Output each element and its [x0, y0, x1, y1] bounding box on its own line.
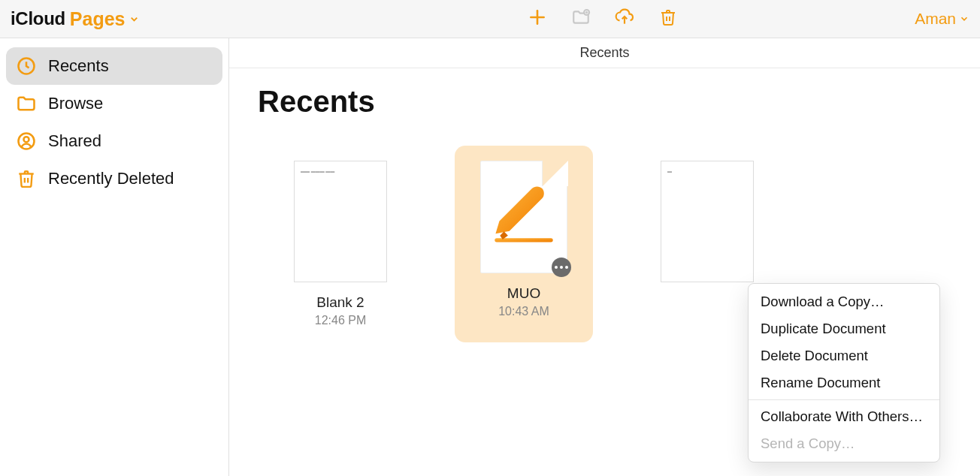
document-time: 12:46 PM — [315, 314, 366, 327]
menu-item-rename[interactable]: Rename Document — [749, 369, 939, 396]
menu-item-delete[interactable]: Delete Document — [749, 342, 939, 369]
trash-icon — [15, 167, 38, 190]
new-folder-button[interactable] — [570, 6, 592, 29]
chevron-down-icon — [959, 14, 969, 24]
document-name: MUO — [507, 285, 540, 302]
document-thumbnail — [480, 161, 567, 273]
sidebar-item-label: Recents — [48, 56, 109, 76]
sidebar-item-label: Recently Deleted — [48, 169, 174, 188]
document-name: Blank 2 — [316, 294, 364, 311]
more-options-icon[interactable] — [552, 258, 571, 277]
content-area: Recents Recents ▬▬ ▬▬▬ ▬▬ Blank 2 12:46 … — [229, 38, 980, 476]
add-button[interactable] — [526, 6, 549, 29]
document-thumbnail: ▬ — [661, 161, 754, 282]
sidebar-item-browse[interactable]: Browse — [6, 85, 222, 122]
menu-item-send-copy: Send a Copy… — [749, 430, 939, 457]
document-item-selected[interactable]: MUO 10:43 AM — [455, 146, 593, 342]
user-name: Aman — [915, 10, 956, 28]
sidebar-item-recents[interactable]: Recents — [6, 47, 222, 85]
breadcrumb: Recents — [229, 38, 980, 68]
app-name: Pages — [70, 8, 126, 30]
menu-item-download-copy[interactable]: Download a Copy… — [749, 288, 939, 315]
svg-point-10 — [24, 137, 29, 142]
sidebar-item-label: Shared — [48, 131, 101, 151]
thumb-preview-text: ▬ — [667, 169, 672, 173]
person-icon — [15, 130, 38, 152]
icloud-brand: iCloud — [11, 8, 65, 29]
menu-separator — [749, 399, 939, 400]
folder-icon — [15, 92, 38, 115]
menu-item-collaborate[interactable]: Collaborate With Others… — [749, 403, 939, 430]
pages-app-icon — [491, 184, 557, 250]
chevron-down-icon — [129, 14, 140, 25]
page-title: Recents — [258, 85, 980, 119]
app-switcher[interactable]: Pages — [70, 8, 140, 30]
sidebar-item-recently-deleted[interactable]: Recently Deleted — [6, 160, 222, 197]
clock-icon — [15, 55, 38, 77]
upload-button[interactable] — [613, 6, 636, 29]
breadcrumb-label: Recents — [579, 45, 629, 61]
sidebar-item-label: Browse — [48, 94, 103, 113]
thumb-preview-text: ▬▬ ▬▬▬ ▬▬ — [301, 169, 334, 173]
menu-item-duplicate[interactable]: Duplicate Document — [749, 315, 939, 342]
document-time: 10:43 AM — [498, 305, 549, 318]
main: Recents Browse Shared Recently Deleted R… — [0, 38, 980, 476]
toolbar — [526, 6, 679, 29]
user-menu[interactable]: Aman — [915, 10, 969, 28]
delete-button[interactable] — [657, 6, 679, 29]
app-header: iCloud Pages Aman — [0, 0, 980, 38]
document-item[interactable]: ▬▬ ▬▬▬ ▬▬ Blank 2 12:46 PM — [271, 146, 410, 342]
sidebar: Recents Browse Shared Recently Deleted — [0, 38, 229, 476]
page-fold-icon — [542, 161, 567, 186]
context-menu: Download a Copy… Duplicate Document Dele… — [748, 283, 940, 462]
sidebar-item-shared[interactable]: Shared — [6, 122, 222, 160]
document-thumbnail: ▬▬ ▬▬▬ ▬▬ — [294, 161, 387, 282]
